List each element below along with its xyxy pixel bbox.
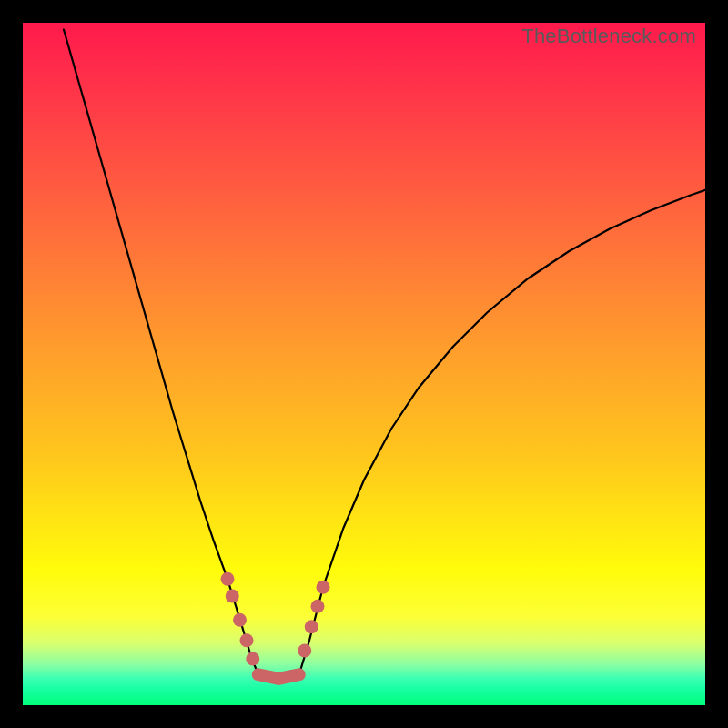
curve-bead	[221, 572, 235, 586]
curve-bead	[246, 652, 259, 666]
curve-bead	[311, 600, 325, 613]
bottleneck-curve	[23, 23, 705, 705]
curve-beads	[221, 572, 330, 666]
curve-bead	[240, 633, 254, 647]
curve-bead	[298, 644, 311, 658]
curve-bead	[233, 613, 247, 627]
curve-bead	[305, 620, 318, 633]
curve-path	[64, 30, 705, 679]
curve-floor-highlight	[258, 674, 299, 679]
chart-frame: TheBottleneck.com	[0, 0, 728, 728]
plot-area: TheBottleneck.com	[23, 23, 705, 705]
curve-bead	[317, 581, 330, 594]
curve-bead	[226, 590, 239, 603]
